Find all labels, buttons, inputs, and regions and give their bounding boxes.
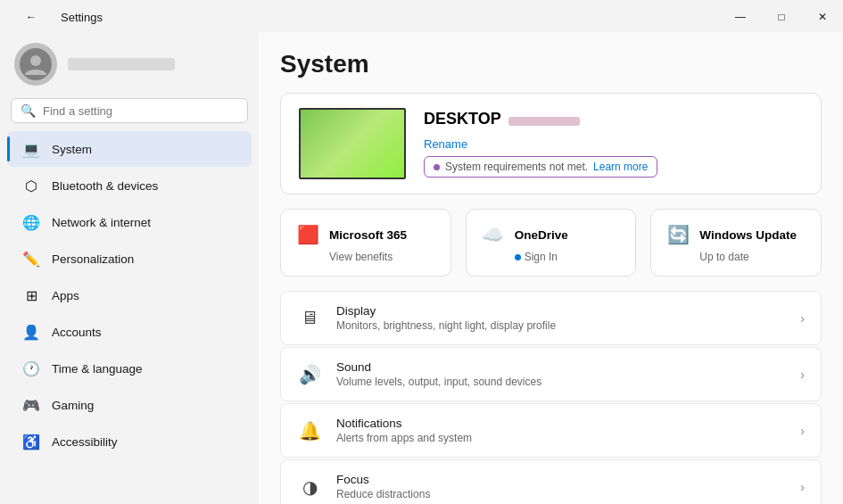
accessibility-nav-icon: ♿ bbox=[21, 432, 41, 451]
accounts-nav-label: Accounts bbox=[52, 326, 102, 339]
sound-sub: Volume levels, output, input, sound devi… bbox=[336, 376, 786, 388]
apps-nav-label: Apps bbox=[52, 289, 79, 302]
bluetooth-nav-icon: ⬡ bbox=[21, 176, 41, 195]
settings-item-notifications[interactable]: 🔔 Notifications Alerts from apps and sys… bbox=[280, 403, 822, 458]
apps-nav-icon: ⊞ bbox=[21, 285, 41, 305]
sound-chevron: › bbox=[800, 368, 805, 382]
close-button[interactable]: ✕ bbox=[802, 1, 843, 33]
windowsupdate-icon: 🔄 bbox=[665, 222, 690, 247]
focus-text: Focus Reduce distractions bbox=[336, 473, 786, 500]
device-preview-image bbox=[299, 108, 406, 179]
sidebar-item-accessibility[interactable]: ♿ Accessibility bbox=[7, 424, 252, 459]
minimize-button[interactable]: — bbox=[720, 1, 761, 33]
windowsupdate-sub: Up to date bbox=[665, 251, 806, 263]
notifications-sub: Alerts from apps and system bbox=[336, 432, 786, 444]
warning-box: System requirements not met. Learn more bbox=[424, 156, 657, 178]
titlebar-title: Settings bbox=[61, 11, 103, 24]
personalization-nav-label: Personalization bbox=[52, 252, 134, 266]
settings-list: 🖥 Display Monitors, brightness, night li… bbox=[280, 291, 822, 504]
gaming-nav-icon: 🎮 bbox=[21, 395, 41, 415]
rename-link[interactable]: Rename bbox=[424, 137, 803, 151]
network-nav-icon: 🌐 bbox=[21, 212, 41, 232]
quick-card-windowsupdate[interactable]: 🔄 Windows Update Up to date bbox=[650, 209, 822, 277]
settings-item-display[interactable]: 🖥 Display Monitors, brightness, night li… bbox=[280, 291, 822, 345]
onedrive-icon: ☁️ bbox=[481, 222, 506, 247]
sidebar-item-apps[interactable]: ⊞ Apps bbox=[7, 277, 252, 313]
onedrive-sub: Sign In bbox=[481, 251, 622, 263]
sidebar-profile bbox=[0, 32, 259, 95]
gaming-nav-label: Gaming bbox=[52, 399, 94, 412]
device-name: DESKTOP bbox=[424, 110, 501, 128]
notifications-icon: 🔔 bbox=[297, 418, 322, 443]
notifications-chevron: › bbox=[800, 424, 805, 438]
quick-card-onedrive[interactable]: ☁️ OneDrive Sign In bbox=[466, 209, 637, 277]
maximize-button[interactable]: □ bbox=[761, 1, 802, 33]
display-chevron: › bbox=[800, 311, 805, 326]
device-info: DESKTOP Rename System requirements not m… bbox=[424, 110, 803, 178]
profile-name-bar bbox=[68, 58, 175, 70]
settings-item-sound[interactable]: 🔊 Sound Volume levels, output, input, so… bbox=[280, 347, 822, 401]
sound-title: Sound bbox=[336, 360, 786, 374]
sidebar-item-system[interactable]: 💻 System bbox=[7, 131, 252, 167]
focus-icon: ◑ bbox=[297, 475, 322, 500]
system-nav-label: System bbox=[52, 143, 92, 156]
settings-item-focus[interactable]: ◑ Focus Reduce distractions › bbox=[280, 459, 822, 504]
warning-dot bbox=[434, 164, 440, 170]
back-button[interactable]: ← bbox=[11, 1, 52, 33]
accessibility-nav-label: Accessibility bbox=[52, 435, 118, 449]
focus-chevron: › bbox=[800, 480, 805, 494]
onedrive-title: OneDrive bbox=[515, 228, 568, 242]
app-body: 🔍 💻 System ⬡ Bluetooth & devices 🌐 Netwo… bbox=[0, 32, 843, 504]
device-name-bar bbox=[508, 117, 580, 126]
svg-point-0 bbox=[30, 55, 41, 66]
device-card: DESKTOP Rename System requirements not m… bbox=[280, 93, 822, 194]
system-nav-icon: 💻 bbox=[21, 139, 41, 159]
sound-icon: 🔊 bbox=[297, 362, 322, 387]
search-input[interactable] bbox=[43, 104, 238, 118]
display-text: Display Monitors, brightness, night ligh… bbox=[336, 304, 786, 332]
microsoft365-title: Microsoft 365 bbox=[329, 228, 407, 242]
titlebar-controls: — □ ✕ bbox=[720, 1, 843, 33]
titlebar: ← Settings — □ ✕ bbox=[0, 0, 843, 32]
windowsupdate-header: 🔄 Windows Update bbox=[665, 222, 806, 247]
sidebar-item-accounts[interactable]: 👤 Accounts bbox=[7, 314, 252, 350]
display-icon: 🖥 bbox=[297, 306, 322, 331]
focus-sub: Reduce distractions bbox=[336, 488, 786, 500]
microsoft365-sub: View benefits bbox=[295, 251, 436, 263]
bluetooth-nav-label: Bluetooth & devices bbox=[52, 179, 158, 193]
search-icon: 🔍 bbox=[21, 103, 36, 118]
sidebar-item-network[interactable]: 🌐 Network & internet bbox=[7, 204, 252, 240]
onedrive-header: ☁️ OneDrive bbox=[481, 222, 622, 247]
avatar-icon bbox=[20, 48, 52, 80]
notifications-title: Notifications bbox=[336, 417, 786, 430]
time-nav-icon: 🕐 bbox=[21, 359, 41, 378]
display-title: Display bbox=[336, 304, 786, 318]
sidebar-item-bluetooth[interactable]: ⬡ Bluetooth & devices bbox=[7, 168, 252, 203]
time-nav-label: Time & language bbox=[52, 362, 143, 376]
sidebar-item-gaming[interactable]: 🎮 Gaming bbox=[7, 387, 252, 423]
search-box[interactable]: 🔍 bbox=[11, 98, 248, 123]
sound-text: Sound Volume levels, output, input, soun… bbox=[336, 360, 786, 388]
avatar bbox=[14, 43, 57, 86]
sidebar-item-personalization[interactable]: ✏️ Personalization bbox=[7, 241, 252, 277]
display-sub: Monitors, brightness, night light, displ… bbox=[336, 319, 786, 332]
page-title: System bbox=[280, 32, 822, 93]
windowsupdate-title: Windows Update bbox=[699, 228, 797, 242]
microsoft365-header: 🟥 Microsoft 365 bbox=[295, 222, 436, 247]
personalization-nav-icon: ✏️ bbox=[21, 249, 41, 269]
microsoft365-icon: 🟥 bbox=[295, 222, 320, 247]
sidebar-item-time[interactable]: 🕐 Time & language bbox=[7, 351, 252, 386]
onedrive-dot bbox=[515, 254, 521, 260]
nav-list: 💻 System ⬡ Bluetooth & devices 🌐 Network… bbox=[0, 130, 259, 460]
titlebar-left: ← Settings bbox=[11, 1, 103, 33]
quick-actions: 🟥 Microsoft 365 View benefits ☁️ OneDriv… bbox=[280, 209, 822, 277]
warning-text: System requirements not met. bbox=[445, 161, 588, 173]
focus-title: Focus bbox=[336, 473, 786, 486]
learn-more-link[interactable]: Learn more bbox=[593, 161, 648, 173]
sidebar: 🔍 💻 System ⬡ Bluetooth & devices 🌐 Netwo… bbox=[0, 32, 259, 504]
quick-card-microsoft365[interactable]: 🟥 Microsoft 365 View benefits bbox=[280, 209, 451, 277]
accounts-nav-icon: 👤 bbox=[21, 322, 41, 342]
content-area: System DESKTOP Rename System requirement… bbox=[259, 32, 843, 504]
notifications-text: Notifications Alerts from apps and syste… bbox=[336, 417, 786, 444]
network-nav-label: Network & internet bbox=[52, 216, 151, 229]
